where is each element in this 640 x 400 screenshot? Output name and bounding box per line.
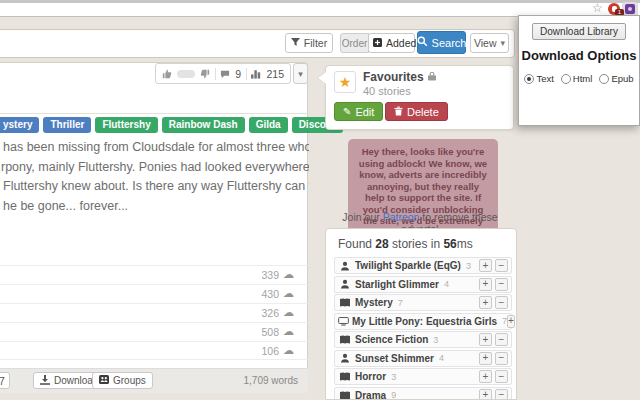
story-options-button[interactable]: ▾ — [293, 63, 308, 84]
tag-fluttershy[interactable]: Fluttershy — [95, 117, 157, 133]
results-summary: Found 28 stories in 56ms — [338, 237, 473, 251]
tag-filter-row-science-fiction[interactable]: Science Fiction 3 + − — [334, 331, 512, 348]
story-description: has been missing from Cloudsdale for alm… — [3, 138, 309, 216]
tag-filter-row-twilight-sparkle-eqg[interactable]: Twilight Sparkle (EqG) 3 + − — [334, 257, 512, 274]
lock-icon — [428, 70, 436, 84]
view-button[interactable]: View ▾ — [470, 33, 509, 53]
delete-bookshelf-button[interactable]: Delete — [385, 102, 448, 121]
filter-label: Filter — [304, 37, 327, 49]
filter-button[interactable]: Filter — [285, 33, 333, 53]
radio-icon[interactable] — [524, 74, 534, 84]
divider — [0, 113, 308, 114]
description-line: rpony, mainly Fluttershy. Ponies had loo… — [1, 158, 309, 178]
views-cloud-icon: ☁ — [283, 327, 294, 337]
word-count: 1,709 words — [244, 375, 298, 386]
cut-off-button[interactable]: 7 — [0, 372, 10, 389]
radio-label: Epub — [611, 73, 633, 84]
exclude-tag-button[interactable]: − — [495, 333, 508, 346]
tag-rainbow-dash[interactable]: Rainbow Dash — [162, 117, 245, 133]
tag-name: Sunset Shimmer — [355, 353, 434, 364]
radio-option-html[interactable]: Html — [561, 73, 593, 84]
patreon-prefix: Join our — [342, 211, 382, 223]
chevron-down-icon: ▾ — [501, 38, 506, 48]
bookmark-star-icon[interactable]: ☆ — [592, 2, 603, 15]
comment-count[interactable]: 9 — [235, 68, 241, 80]
sort-order-select[interactable]: Added ▾ — [368, 33, 415, 53]
include-tag-button[interactable]: + — [479, 278, 492, 291]
character-tag-icon — [338, 261, 352, 271]
genre-tag-icon — [338, 298, 352, 307]
edit-label: Edit — [355, 106, 374, 118]
screen: ☆ 1 Filter Order Added ▾ Search View ▾ 9… — [0, 0, 640, 400]
views-cloud-icon: ☁ — [283, 270, 294, 280]
tag-mystery[interactable]: ystery — [0, 117, 39, 133]
chapter-row[interactable]: 106 ☁ — [0, 341, 308, 360]
include-tag-button[interactable]: + — [479, 333, 492, 346]
filter-icon — [291, 37, 300, 49]
chapter-view-count: 508 — [261, 326, 279, 338]
views-cloud-icon: ☁ — [283, 346, 294, 356]
format-radio-group: Text Html Epub — [519, 73, 639, 84]
bookshelf-icon-box: ★ — [334, 71, 356, 93]
exclude-tag-button[interactable]: − — [495, 296, 508, 309]
download-icon — [40, 375, 50, 387]
delete-label: Delete — [407, 106, 439, 118]
thumbs-down-icon[interactable] — [200, 69, 210, 79]
radio-option-text[interactable]: Text — [524, 73, 553, 84]
chapter-row[interactable]: 339 ☁ — [0, 265, 308, 284]
character-tag-icon — [338, 279, 352, 289]
tag-filter-row-starlight-glimmer[interactable]: Starlight Glimmer 4 + − — [334, 276, 512, 293]
include-tag-button[interactable]: + — [479, 389, 492, 400]
chapter-row[interactable]: 430 ☁ — [0, 284, 308, 303]
tag-count: 4 — [444, 279, 449, 289]
tag-thriller[interactable]: Thriller — [43, 117, 91, 133]
view-count[interactable]: 215 — [266, 68, 284, 80]
radio-icon[interactable] — [599, 74, 609, 84]
bookshelf-title-text: Favourites — [363, 70, 424, 84]
series-tag-icon — [338, 317, 349, 326]
tag-count: 9 — [391, 390, 396, 400]
extension-glyph — [625, 4, 635, 14]
results-mid: stories in — [389, 237, 444, 251]
include-tag-button[interactable]: + — [507, 315, 515, 328]
tag-filter-row-mystery[interactable]: Mystery 7 + − — [334, 294, 512, 311]
exclude-tag-button[interactable]: − — [495, 259, 508, 272]
exclude-tag-button[interactable]: − — [495, 352, 508, 365]
genre-tag-icon — [338, 391, 352, 400]
radio-label: Html — [573, 73, 593, 84]
tag-filter-row-drama[interactable]: Drama 9 + − — [334, 387, 512, 400]
exclude-tag-button[interactable]: − — [495, 370, 508, 383]
story-rating-bar: 9 215 — [155, 63, 291, 84]
exclude-tag-button[interactable]: − — [495, 389, 508, 400]
radio-icon[interactable] — [561, 74, 571, 84]
include-tag-button[interactable]: + — [479, 259, 492, 272]
tag-filter-row-horror[interactable]: Horror 3 + − — [334, 368, 512, 385]
patreon-link[interactable]: Patreon — [383, 211, 420, 223]
include-tag-button[interactable]: + — [479, 370, 492, 383]
exclude-tag-button[interactable]: − — [495, 278, 508, 291]
star-icon: ★ — [339, 75, 352, 89]
description-line: Fluttershy knew about. Is there any way … — [3, 177, 309, 197]
groups-button[interactable]: Groups — [92, 372, 153, 389]
order-label: Order — [340, 33, 369, 53]
tag-count: 3 — [466, 261, 471, 271]
tag-filter-list: Twilight Sparkle (EqG) 3 + − Starlight G… — [334, 257, 512, 400]
radio-option-epub[interactable]: Epub — [599, 73, 633, 84]
tag-filter-row-sunset-shimmer[interactable]: Sunset Shimmer 4 + − — [334, 350, 512, 367]
chapter-row[interactable]: 508 ☁ — [0, 322, 308, 341]
views-chart-icon — [251, 65, 261, 83]
include-tag-button[interactable]: + — [479, 296, 492, 309]
downloader-extension-icon[interactable] — [622, 2, 638, 16]
download-library-button[interactable]: Download Library — [532, 23, 626, 40]
views-cloud-icon: ☁ — [283, 289, 294, 299]
include-tag-button[interactable]: + — [479, 352, 492, 365]
chapter-view-count: 430 — [261, 288, 279, 300]
edit-bookshelf-button[interactable]: ✎ Edit — [334, 102, 383, 121]
search-button[interactable]: Search — [417, 31, 466, 54]
character-tag-icon — [338, 353, 352, 363]
tag-filter-row-mlp-equestria-girls[interactable]: My Little Pony: Equestria Girls 7 + − — [334, 313, 512, 330]
chapter-row[interactable]: 326 ☁ — [0, 303, 308, 322]
tag-gilda[interactable]: Gilda — [249, 117, 288, 133]
thumbs-up-icon[interactable] — [162, 65, 172, 83]
groups-label: Groups — [113, 375, 146, 386]
